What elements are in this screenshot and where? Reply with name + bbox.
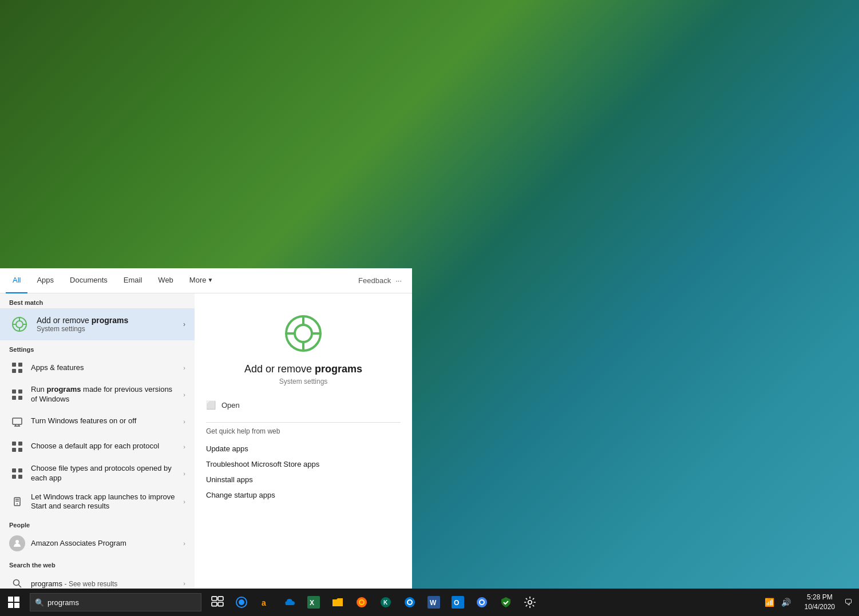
- amazon-associates-text: Amazon Associates Program: [31, 539, 179, 549]
- svg-point-31: [14, 580, 19, 586]
- svg-point-27: [17, 503, 18, 504]
- svg-rect-25: [18, 475, 22, 479]
- run-programs-icon: [9, 387, 25, 403]
- best-match-label: Best match: [0, 293, 195, 308]
- svg-rect-40: [14, 597, 19, 602]
- quick-help-change-startup[interactable]: Change startup apps: [206, 487, 401, 503]
- svg-rect-43: [212, 597, 217, 601]
- taskbar: 🔍 a: [0, 589, 859, 616]
- svg-rect-39: [8, 597, 13, 602]
- svg-point-1: [16, 321, 23, 328]
- svg-point-48: [239, 599, 244, 605]
- more-options-button[interactable]: ···: [391, 276, 406, 285]
- start-menu: All Apps Documents Email Web More ▼ Feed…: [0, 268, 412, 589]
- file-types-chevron: ›: [183, 470, 185, 477]
- best-match-title: Add or remove programs: [37, 316, 183, 325]
- settings-item-windows-features[interactable]: Turn Windows features on or off ›: [0, 409, 195, 434]
- quick-help-update-apps[interactable]: Update apps: [206, 441, 401, 456]
- svg-point-66: [480, 601, 484, 604]
- file-types-icon: [9, 466, 25, 482]
- taskbar-icon-security[interactable]: [494, 591, 517, 614]
- svg-point-59: [408, 601, 411, 604]
- svg-point-30: [15, 540, 19, 543]
- svg-text:K: K: [383, 599, 388, 606]
- svg-rect-20: [12, 448, 16, 452]
- svg-rect-41: [8, 603, 13, 608]
- open-button[interactable]: ⬜ Open: [206, 397, 401, 413]
- divider: [206, 422, 401, 423]
- svg-rect-23: [18, 468, 22, 472]
- svg-rect-44: [218, 597, 223, 601]
- tray-icons: 📶 🔊: [762, 597, 793, 608]
- search-content: Best match Add or remove programs: [0, 293, 412, 589]
- tab-apps[interactable]: Apps: [30, 268, 61, 293]
- tab-all[interactable]: All: [6, 268, 27, 293]
- taskbar-icon-file-explorer[interactable]: [326, 591, 349, 614]
- run-programs-text: Run programs made for previous versions …: [31, 385, 179, 404]
- windows-features-text: Turn Windows features on or off: [31, 416, 179, 426]
- best-match-item[interactable]: Add or remove programs System settings ›: [0, 308, 195, 340]
- svg-rect-10: [12, 390, 16, 394]
- system-clock[interactable]: 5:28 PM 10/4/2020: [800, 593, 840, 612]
- quick-help-troubleshoot-store[interactable]: Troubleshoot Microsoft Store apps: [206, 456, 401, 472]
- settings-item-track-launches[interactable]: Let Windows track app launches to improv…: [0, 488, 195, 516]
- taskbar-icon-word[interactable]: W: [422, 591, 445, 614]
- track-launches-icon: [9, 494, 25, 510]
- start-button[interactable]: [0, 589, 27, 616]
- svg-rect-7: [18, 363, 22, 367]
- taskbar-icon-photos[interactable]: [398, 591, 421, 614]
- svg-rect-21: [18, 448, 22, 452]
- taskbar-icon-onedrive[interactable]: [278, 591, 301, 614]
- right-panel-title: Add or remove programs: [244, 363, 362, 375]
- taskbar-icon-firefox[interactable]: [350, 591, 373, 614]
- svg-text:W: W: [430, 599, 437, 607]
- tray-network-icon[interactable]: 📶: [762, 597, 777, 608]
- taskbar-icon-cortana[interactable]: [230, 591, 253, 614]
- default-app-protocol-icon: [9, 439, 25, 455]
- best-match-text: Add or remove programs System settings: [37, 316, 183, 333]
- settings-item-file-types[interactable]: Choose file types and protocols opened b…: [0, 459, 195, 488]
- settings-item-apps-features[interactable]: Apps & features ›: [0, 355, 195, 380]
- svg-rect-8: [12, 369, 16, 373]
- tab-web[interactable]: Web: [151, 268, 180, 293]
- people-item-amazon[interactable]: Amazon Associates Program ›: [0, 531, 195, 556]
- taskbar-search-input[interactable]: [47, 598, 191, 607]
- svg-rect-9: [18, 369, 22, 373]
- amazon-associates-chevron: ›: [183, 540, 185, 547]
- apps-features-icon: [9, 360, 25, 376]
- svg-rect-24: [12, 475, 16, 479]
- svg-point-67: [528, 601, 532, 605]
- settings-item-run-programs[interactable]: Run programs made for previous versions …: [0, 380, 195, 409]
- tray-volume-icon[interactable]: 🔊: [779, 597, 793, 608]
- web-search-item-programs[interactable]: programs - See web results ›: [0, 571, 195, 589]
- taskbar-icon-chrome[interactable]: [470, 591, 493, 614]
- settings-item-default-app-protocol[interactable]: Choose a default app for each protocol ›: [0, 434, 195, 459]
- web-search-chevron: ›: [183, 580, 185, 587]
- svg-line-32: [19, 585, 22, 588]
- taskbar-icon-amazon[interactable]: a: [254, 591, 277, 614]
- taskbar-icon-task-view[interactable]: [206, 591, 229, 614]
- default-app-protocol-chevron: ›: [183, 443, 185, 450]
- best-match-subtitle: System settings: [37, 325, 183, 333]
- quick-help-title: Get quick help from web: [206, 427, 401, 435]
- tab-email[interactable]: Email: [117, 268, 149, 293]
- best-match-app-icon: [9, 314, 30, 335]
- web-search-text: programs - See web results: [31, 579, 179, 588]
- taskbar-icon-outlook[interactable]: O: [446, 591, 469, 614]
- svg-rect-11: [18, 390, 22, 394]
- tab-documents[interactable]: Documents: [63, 268, 114, 293]
- taskbar-icon-excel[interactable]: X: [302, 591, 325, 614]
- taskbar-app-icons: a X: [206, 591, 541, 614]
- taskbar-search-box[interactable]: 🔍: [30, 593, 201, 611]
- notifications-icon[interactable]: 🗨: [842, 597, 854, 608]
- taskbar-right: 📶 🔊 5:28 PM 10/4/2020 🗨: [762, 593, 859, 612]
- file-types-text: Choose file types and protocols opened b…: [31, 464, 179, 483]
- quick-help-uninstall-apps[interactable]: Uninstall apps: [206, 472, 401, 487]
- svg-rect-12: [12, 396, 16, 400]
- svg-rect-6: [12, 363, 16, 367]
- taskbar-icon-settings[interactable]: [518, 591, 541, 614]
- tab-more[interactable]: More ▼: [183, 268, 220, 293]
- feedback-button[interactable]: Feedback: [358, 276, 391, 285]
- people-label: People: [0, 516, 195, 531]
- taskbar-icon-kaspersky[interactable]: K: [374, 591, 397, 614]
